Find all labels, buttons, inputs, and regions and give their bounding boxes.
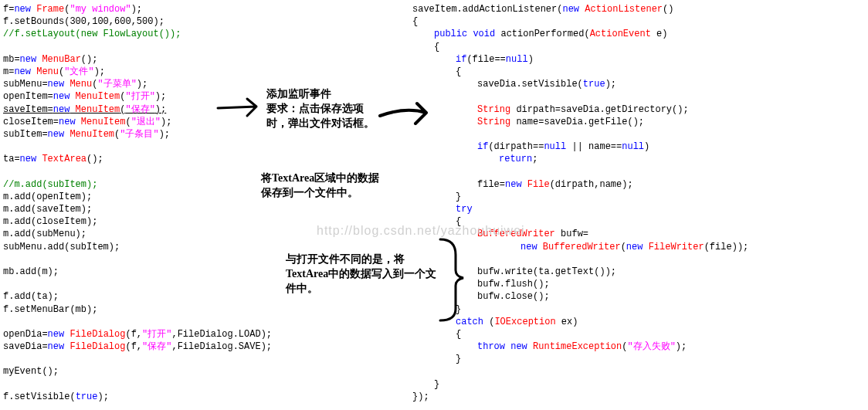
code-line: }); [412,391,748,403]
arrow-icon [216,93,270,124]
code-line: ta=new TextArea(); [3,153,258,165]
code-line: m.add(closeItem); [3,215,258,228]
code-line: f.setBounds(300,100,600,500); [3,15,258,28]
code-line: } [412,378,748,391]
code-line: openDia=new FileDialog(f,"打开",FileDialog… [3,328,258,341]
code-line: String name=saveDia.getFile(); [412,116,748,128]
code-line: m=new Menu("文件"); [3,66,258,78]
code-line: return; [412,153,748,165]
code-line: f.setMenuBar(mb); [3,303,258,316]
code-line: String dirpath=saveDia.getDirectory(); [412,103,748,116]
code-line: file=new File(dirpath,name); [412,178,748,191]
bracket-icon [432,232,471,324]
annotation-listener: 添加监听事件 要求：点击保存选项时，弹出文件对话框。 [266,87,382,131]
code-line: saveDia=new FileDialog(f,"保存",FileDialog… [3,341,258,353]
code-line: subMenu.add(subItem); [3,241,258,253]
right-code-block: saveItem.addActionListener(new ActionLis… [412,3,748,403]
annotation-write-file: 与打开文件不同的是，将TextArea中的数据写入到一个文件中。 [286,252,440,296]
code-line: saveItem.addActionListener(new ActionLis… [412,3,748,15]
code-line: } [412,191,748,203]
code-line: f.setVisible(true); [3,391,258,403]
code-line: f=new Frame("my window"); [3,3,258,15]
code-line: { [412,41,748,53]
code-line: m.add(openItem); [3,191,258,203]
code-line: m.add(subMenu); [3,228,258,240]
code-line: m.add(saveItem); [3,203,258,215]
code-line: //f.setLayout(new FlowLayout()); [3,28,258,40]
code-line: public void actionPerformed(ActionEvent … [412,28,748,40]
code-line: } [412,353,748,365]
code-line: mb=new MenuBar(); [3,53,258,66]
code-line: subItem=new MenuItem("子条目"); [3,128,258,141]
code-line: try [412,203,748,215]
code-line: if(file==null) [412,53,748,66]
left-code-block: f=new Frame("my window"); f.setBounds(30… [3,3,258,403]
annotation-save-textarea: 将TextArea区域中的数据保存到一个文件中。 [261,171,385,201]
code-line: { [412,328,748,341]
code-line: mb.add(m); [3,266,258,278]
code-line: myEvent(); [3,365,258,378]
code-line: { [412,15,748,28]
code-line: { [412,66,748,78]
code-line: f.add(ta); [3,290,258,303]
code-line: throw new RuntimeException("存入失败"); [412,341,748,353]
code-line: //m.add(subItem); [3,178,258,191]
code-line: saveDia.setVisible(true); [412,78,748,90]
arrow-icon [378,93,440,139]
watermark: http://blog.csdn.net/yazhouhuiwei [317,222,525,239]
code-line: if(dirpath==null || name==null) [412,141,748,153]
code-line: subMenu=new Menu("子菜单"); [3,78,258,90]
